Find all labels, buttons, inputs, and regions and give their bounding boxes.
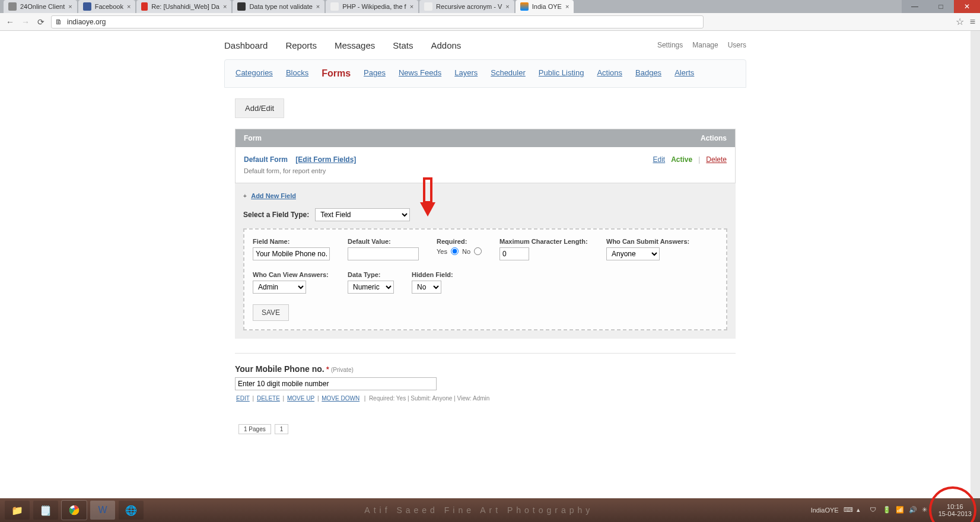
field-name-input[interactable] <box>253 247 330 260</box>
tab-label: Recursive acronym - V <box>436 3 502 10</box>
nav-reports[interactable]: Reports <box>285 40 317 50</box>
shield-icon[interactable]: 🛡 <box>870 506 878 514</box>
required-label: Required: <box>437 238 482 245</box>
tab-news-feeds[interactable]: News Feeds <box>399 68 441 79</box>
back-button[interactable]: ← <box>5 17 15 27</box>
explorer-icon[interactable]: 📁 <box>5 501 30 520</box>
tab-blocks[interactable]: Blocks <box>286 68 308 79</box>
battery-icon[interactable]: 🔋 <box>883 506 891 514</box>
volume-icon[interactable]: 🔊 <box>909 506 917 514</box>
browser-tab[interactable]: 24Online Client× <box>4 0 77 13</box>
tab-scheduler[interactable]: Scheduler <box>491 68 526 79</box>
close-icon[interactable]: × <box>68 3 72 10</box>
tray-app-name: IndiaOYE <box>811 507 839 514</box>
clock[interactable]: 10:16 15-04-2013 <box>935 503 975 517</box>
windows-taskbar: 📁 🗒️ W 🌐 Atif Saeed Fine Art Photography… <box>0 498 980 522</box>
nav-addons[interactable]: Addons <box>431 40 461 50</box>
tab-actions[interactable]: Actions <box>597 68 622 79</box>
tab-strip: 24Online Client× Facebook× Re: [Ushahidi… <box>0 0 980 13</box>
who-submit-select[interactable]: Anyone <box>606 247 660 260</box>
preview-field-input[interactable] <box>235 377 437 390</box>
field-moveup-link[interactable]: MOVE UP <box>287 395 314 402</box>
close-icon[interactable]: × <box>505 3 509 10</box>
browser-tab[interactable]: PHP - Wikipedia, the f× <box>326 0 418 13</box>
nav-messages[interactable]: Messages <box>335 40 375 50</box>
network-icon[interactable]: ✳ <box>922 506 930 514</box>
page-viewport: ▲ ▼ Dashboard Reports Messages Stats Add… <box>0 31 980 498</box>
form-desc: Default form, for report entry <box>244 167 653 174</box>
tab-layers[interactable]: Layers <box>454 68 478 79</box>
nav-dashboard[interactable]: Dashboard <box>224 40 268 50</box>
idm-icon[interactable]: 🌐 <box>119 501 144 520</box>
who-view-select[interactable]: Admin <box>253 281 306 294</box>
required-no-radio[interactable] <box>474 247 482 255</box>
field-movedown-link[interactable]: MOVE DOWN <box>322 395 359 402</box>
divider: | <box>698 155 700 164</box>
tab-badges[interactable]: Badges <box>635 68 661 79</box>
edit-form-fields-link[interactable]: [Edit Form Fields] <box>295 155 356 164</box>
tab-public-listing[interactable]: Public Listing <box>539 68 584 79</box>
default-value-input[interactable] <box>348 247 419 260</box>
url-input[interactable]: 🗎 indiaoye.org <box>51 15 704 28</box>
sticky-notes-icon[interactable]: 🗒️ <box>33 501 58 520</box>
hidden-field-select[interactable]: No <box>412 281 441 294</box>
field-type-select[interactable]: Text Field <box>315 208 410 221</box>
minimize-button[interactable]: — <box>902 0 928 13</box>
browser-tab[interactable]: Facebook× <box>78 0 136 13</box>
close-icon[interactable]: × <box>410 3 413 10</box>
data-type-select[interactable]: Numeric <box>348 281 394 294</box>
sub-tab-panel: Categories Blocks Forms Pages News Feeds… <box>224 59 746 88</box>
tab-label: Data type not validate <box>249 3 312 10</box>
form-delete-link[interactable]: Delete <box>706 155 727 164</box>
tab-pages[interactable]: Pages <box>364 68 386 79</box>
hidden-field-label: Hidden Field: <box>412 271 453 278</box>
nav-settings[interactable]: Settings <box>657 41 683 49</box>
bookmark-icon[interactable]: ☆ <box>956 16 964 27</box>
add-new-field-link[interactable]: Add New Field <box>251 192 296 199</box>
chevron-up-icon[interactable]: ▴ <box>857 506 865 514</box>
browser-tab[interactable]: Data type not validate× <box>233 0 324 13</box>
tab-label: PHP - Wikipedia, the f <box>342 3 406 10</box>
menu-icon[interactable]: ≡ <box>970 17 975 27</box>
browser-tab[interactable]: Re: [Ushahidi_Web] Da× <box>136 0 231 13</box>
required-yes-radio[interactable] <box>451 247 459 255</box>
chrome-icon[interactable] <box>62 501 87 520</box>
close-icon[interactable]: × <box>565 3 569 10</box>
tab-forms[interactable]: Forms <box>322 68 351 79</box>
nav-users[interactable]: Users <box>728 41 746 49</box>
save-button[interactable]: SAVE <box>253 304 289 321</box>
field-delete-link[interactable]: DELETE <box>257 395 280 402</box>
close-icon[interactable]: × <box>223 3 227 10</box>
nav-manage[interactable]: Manage <box>692 41 718 49</box>
close-icon[interactable]: × <box>316 3 320 10</box>
max-length-input[interactable] <box>499 247 529 260</box>
tab-label: India OYE <box>532 3 562 10</box>
browser-tab[interactable]: Recursive acronym - V× <box>419 0 514 13</box>
keyboard-icon[interactable]: ⌨ <box>844 506 852 514</box>
col-actions: Actions <box>701 134 727 142</box>
maximize-button[interactable]: □ <box>928 0 954 13</box>
field-edit-link[interactable]: EDIT <box>236 395 250 402</box>
table-row: Default Form [Edit Form Fields] Default … <box>236 147 735 183</box>
field-name-label: Field Name: <box>253 238 330 245</box>
nav-stats[interactable]: Stats <box>393 40 413 50</box>
scroll-up-icon[interactable]: ▲ <box>972 32 978 39</box>
signal-icon[interactable]: 📶 <box>896 506 904 514</box>
word-icon[interactable]: W <box>90 501 115 520</box>
add-edit-button[interactable]: Add/Edit <box>235 98 284 118</box>
tab-alerts[interactable]: Alerts <box>674 68 694 79</box>
form-edit-link[interactable]: Edit <box>653 155 665 164</box>
scroll-down-icon[interactable]: ▼ <box>972 491 978 497</box>
browser-tab-active[interactable]: India OYE× <box>516 0 574 13</box>
forward-button[interactable]: → <box>20 17 31 27</box>
primary-nav: Dashboard Reports Messages Stats Addons … <box>224 31 746 59</box>
reload-button[interactable]: ⟳ <box>36 17 46 27</box>
who-submit-label: Who Can Submit Answers: <box>606 238 689 245</box>
close-icon[interactable]: × <box>127 3 131 10</box>
field-editor: + Add New Field Select a Field Type: Tex… <box>235 183 736 339</box>
system-tray: IndiaOYE ⌨ ▴ 🛡 🔋 📶 🔊 ✳ 10:16 15-04-2013 <box>811 503 975 517</box>
tab-categories[interactable]: Categories <box>236 68 273 79</box>
close-window-button[interactable]: ✕ <box>954 0 980 13</box>
pager-page-1[interactable]: 1 <box>275 424 289 434</box>
address-bar: ← → ⟳ 🗎 indiaoye.org ☆ ≡ <box>0 13 980 31</box>
